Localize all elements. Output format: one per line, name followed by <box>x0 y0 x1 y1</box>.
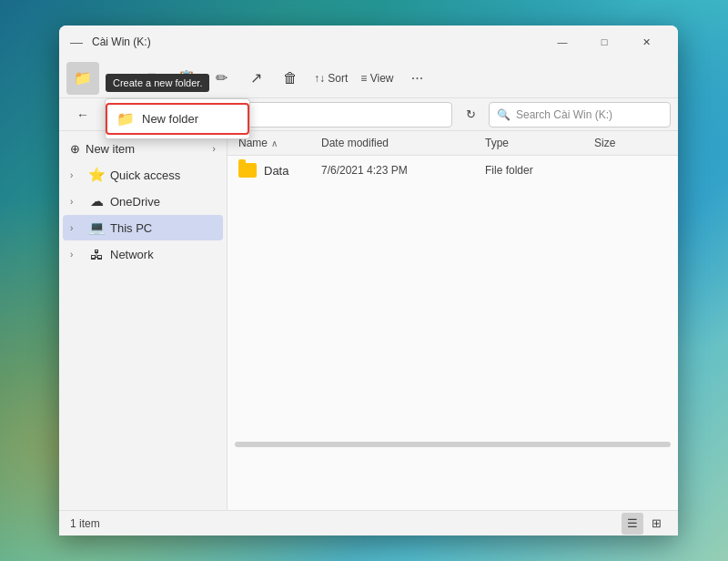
chevron-icon: › <box>70 250 83 260</box>
popup-folder-icon: 📁 <box>116 110 135 128</box>
sidebar-quick-access-label: Quick access <box>110 168 216 182</box>
toolbar: 📁 ✂ ⧉ 📋 ✏ ↗ 🗑 ↑↓ Sort ≡ View ··· Create … <box>59 58 678 98</box>
this-pc-icon: 💻 <box>88 219 105 236</box>
new-item-icon: ⊕ <box>70 142 80 156</box>
network-icon: 🖧 <box>88 247 105 262</box>
file-type-cell: File folder <box>485 164 594 177</box>
popup-tooltip: Create a new folder. <box>106 74 209 92</box>
col-sort-icon: ∧ <box>271 138 278 148</box>
window-title: Cài Win (K:) <box>92 36 541 48</box>
col-header-date[interactable]: Date modified <box>321 135 485 151</box>
more-button[interactable]: ··· <box>400 62 433 95</box>
list-view-button[interactable]: ☰ <box>622 513 643 535</box>
window-controls: — □ ✕ <box>541 27 667 56</box>
chevron-icon: › <box>70 223 83 233</box>
folder-icon <box>238 163 257 178</box>
back-button[interactable]: ← <box>66 98 99 131</box>
item-count: 1 item <box>70 517 100 530</box>
col-date-label: Date modified <box>321 137 389 149</box>
search-placeholder: Search Cài Win (K:) <box>516 108 612 121</box>
col-type-label: Type <box>485 137 509 149</box>
popup-folder-label: New folder <box>142 112 198 126</box>
file-list-header: Name ∧ Date modified Type Size <box>228 131 678 156</box>
close-button[interactable]: ✕ <box>625 27 667 56</box>
sidebar: ⊕ New item › › ⭐ Quick access › ☁ OneDri… <box>59 131 228 510</box>
new-folder-popup-item[interactable]: 📁 New folder <box>106 103 249 135</box>
chevron-icon: › <box>70 170 83 180</box>
file-date-cell: 7/6/2021 4:23 PM <box>321 164 485 177</box>
table-row[interactable]: Data 7/6/2021 4:23 PM File folder <box>228 156 678 185</box>
share-icon: ↗ <box>250 69 262 87</box>
search-icon: 🔍 <box>497 108 511 121</box>
delete-button[interactable]: 🗑 <box>274 62 307 95</box>
new-folder-icon: 📁 <box>74 69 92 87</box>
file-name-cell: Data <box>238 163 321 178</box>
new-folder-button[interactable]: 📁 <box>66 62 99 95</box>
horizontal-scrollbar-area <box>228 440 678 451</box>
view-button[interactable]: ≡ View <box>355 62 399 95</box>
sidebar-new-item[interactable]: ⊕ New item › <box>63 136 223 161</box>
new-folder-popup: Create a new folder. 📁 New folder <box>105 98 250 139</box>
col-size-label: Size <box>594 137 615 149</box>
chevron-icon: › <box>70 197 83 207</box>
file-list: Name ∧ Date modified Type Size Data <box>228 131 678 510</box>
col-header-type[interactable]: Type <box>485 135 594 151</box>
explorer-window: — Cài Win (K:) — □ ✕ 📁 ✂ ⧉ 📋 ✏ ↗ 🗑 ↑↓ S <box>59 26 678 536</box>
status-bar: 1 item ☰ ⊞ <box>59 510 678 536</box>
share-button[interactable]: ↗ <box>239 62 272 95</box>
refresh-button[interactable]: ↻ <box>458 102 483 128</box>
rename-button[interactable]: ✏ <box>205 62 238 95</box>
maximize-button[interactable]: □ <box>583 27 625 56</box>
sidebar-onedrive-label: OneDrive <box>110 195 216 209</box>
view-toggle-icons: ☰ ⊞ <box>622 513 667 535</box>
new-item-chevron: › <box>212 143 216 154</box>
main-content: ⊕ New item › › ⭐ Quick access › ☁ OneDri… <box>59 131 678 510</box>
tiles-view-button[interactable]: ⊞ <box>645 513 667 535</box>
star-icon: ⭐ <box>88 167 105 183</box>
horizontal-scrollbar[interactable] <box>235 442 671 447</box>
file-name-text: Data <box>264 164 288 178</box>
onedrive-icon: ☁ <box>88 193 105 209</box>
search-bar[interactable]: 🔍 Search Cài Win (K:) <box>489 102 671 128</box>
sidebar-item-onedrive[interactable]: › ☁ OneDrive <box>63 189 223 214</box>
sidebar-this-pc-label: This PC <box>110 221 216 235</box>
sidebar-item-this-pc[interactable]: › 💻 This PC <box>63 215 223 240</box>
window-icon: — <box>70 35 85 49</box>
delete-icon: 🗑 <box>283 70 298 87</box>
minimize-button[interactable]: — <box>541 27 583 56</box>
sidebar-item-quick-access[interactable]: › ⭐ Quick access <box>63 162 223 188</box>
sidebar-item-network[interactable]: › 🖧 Network <box>63 241 223 267</box>
col-header-name[interactable]: Name ∧ <box>238 135 321 151</box>
sidebar-new-item-label: New item <box>86 142 135 156</box>
title-bar: — Cài Win (K:) — □ ✕ <box>59 26 678 58</box>
sort-button[interactable]: ↑↓ Sort <box>308 62 353 95</box>
col-header-size[interactable]: Size <box>594 135 667 151</box>
rename-icon: ✏ <box>216 69 228 87</box>
sidebar-network-label: Network <box>110 248 216 261</box>
